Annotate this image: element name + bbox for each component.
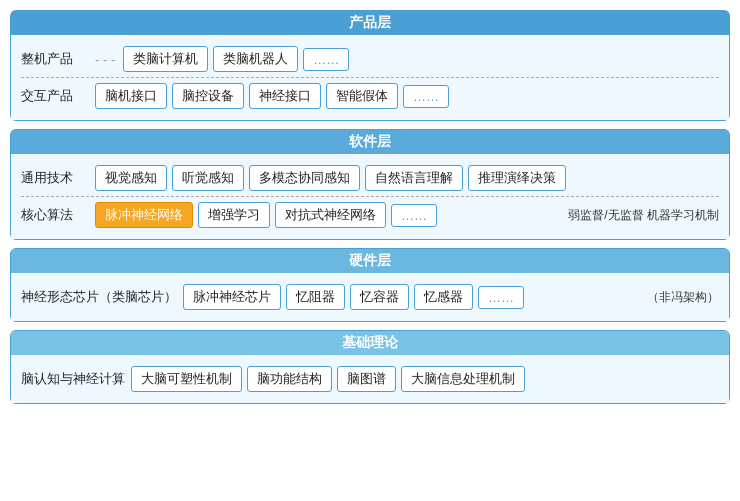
tag-类脑计算机: 类脑计算机 (123, 46, 208, 72)
tag-大脑可塑性机制: 大脑可塑性机制 (131, 366, 242, 392)
row-label-core-algorithm: 核心算法 (21, 207, 89, 224)
layer-header-theory: 基础理论 (11, 331, 729, 355)
tag-list-interactive-product: 脑机接口脑控设备神经接口智能假体…… (95, 83, 719, 109)
layer-header-product: 产品层 (11, 11, 729, 35)
tag-……: …… (403, 85, 449, 108)
row-label-brain-cognition: 脑认知与神经计算 (21, 371, 125, 388)
tag-……: …… (303, 48, 349, 71)
layer-product: 产品层整机产品- - -类脑计算机类脑机器人……交互产品脑机接口脑控设备神经接口… (10, 10, 730, 121)
tag-……: …… (478, 286, 524, 309)
main-container: 产品层整机产品- - -类脑计算机类脑机器人……交互产品脑机接口脑控设备神经接口… (10, 10, 730, 404)
layer-software: 软件层通用技术视觉感知听觉感知多模态协同感知自然语言理解推理演绎决策核心算法脉冲… (10, 129, 730, 240)
tag-脉冲神经网络: 脉冲神经网络 (95, 202, 193, 228)
tag-视觉感知: 视觉感知 (95, 165, 167, 191)
layer-body-product: 整机产品- - -类脑计算机类脑机器人……交互产品脑机接口脑控设备神经接口智能假… (11, 35, 729, 120)
row-brain-cognition: 脑认知与神经计算大脑可塑性机制脑功能结构脑图谱大脑信息处理机制 (21, 366, 719, 392)
row-core-algorithm: 核心算法脉冲神经网络增强学习对抗式神经网络……弱监督/无监督 机器学习机制 (21, 202, 719, 228)
tag-list-core-algorithm: 脉冲神经网络增强学习对抗式神经网络…… (95, 202, 554, 228)
sidenote-neuromorphic-chip: （非冯架构） (647, 289, 719, 306)
tag-忆感器: 忆感器 (414, 284, 473, 310)
tag-类脑机器人: 类脑机器人 (213, 46, 298, 72)
tag-脑控设备: 脑控设备 (172, 83, 244, 109)
sidenote-core-algorithm: 弱监督/无监督 机器学习机制 (568, 207, 719, 224)
layer-theory: 基础理论脑认知与神经计算大脑可塑性机制脑功能结构脑图谱大脑信息处理机制 (10, 330, 730, 404)
tag-脑机接口: 脑机接口 (95, 83, 167, 109)
tag-list-whole-product: 类脑计算机类脑机器人…… (123, 46, 719, 72)
row-interactive-product: 交互产品脑机接口脑控设备神经接口智能假体…… (21, 83, 719, 109)
tag-脉冲神经芯片: 脉冲神经芯片 (183, 284, 281, 310)
layer-body-theory: 脑认知与神经计算大脑可塑性机制脑功能结构脑图谱大脑信息处理机制 (11, 355, 729, 403)
tag-大脑信息处理机制: 大脑信息处理机制 (401, 366, 525, 392)
tag-list-brain-cognition: 大脑可塑性机制脑功能结构脑图谱大脑信息处理机制 (131, 366, 719, 392)
tag-脑图谱: 脑图谱 (337, 366, 396, 392)
tag-自然语言理解: 自然语言理解 (365, 165, 463, 191)
row-neuromorphic-chip: 神经形态芯片（类脑芯片）脉冲神经芯片忆阻器忆容器忆感器……（非冯架构） (21, 284, 719, 310)
tag-多模态协同感知: 多模态协同感知 (249, 165, 360, 191)
row-label-whole-product: 整机产品 (21, 51, 89, 68)
row-general-tech: 通用技术视觉感知听觉感知多模态协同感知自然语言理解推理演绎决策 (21, 165, 719, 191)
layer-hardware: 硬件层神经形态芯片（类脑芯片）脉冲神经芯片忆阻器忆容器忆感器……（非冯架构） (10, 248, 730, 322)
tag-忆容器: 忆容器 (350, 284, 409, 310)
tag-增强学习: 增强学习 (198, 202, 270, 228)
tag-list-neuromorphic-chip: 脉冲神经芯片忆阻器忆容器忆感器…… (183, 284, 633, 310)
tag-智能假体: 智能假体 (326, 83, 398, 109)
layer-header-software: 软件层 (11, 130, 729, 154)
layer-body-software: 通用技术视觉感知听觉感知多模态协同感知自然语言理解推理演绎决策核心算法脉冲神经网… (11, 154, 729, 239)
dashed-connector: - - - (95, 52, 115, 67)
tag-list-general-tech: 视觉感知听觉感知多模态协同感知自然语言理解推理演绎决策 (95, 165, 719, 191)
layer-body-hardware: 神经形态芯片（类脑芯片）脉冲神经芯片忆阻器忆容器忆感器……（非冯架构） (11, 273, 729, 321)
row-whole-product: 整机产品- - -类脑计算机类脑机器人…… (21, 46, 719, 72)
layer-header-hardware: 硬件层 (11, 249, 729, 273)
row-label-general-tech: 通用技术 (21, 170, 89, 187)
tag-脑功能结构: 脑功能结构 (247, 366, 332, 392)
tag-神经接口: 神经接口 (249, 83, 321, 109)
tag-……: …… (391, 204, 437, 227)
tag-忆阻器: 忆阻器 (286, 284, 345, 310)
row-label-interactive-product: 交互产品 (21, 88, 89, 105)
tag-推理演绎决策: 推理演绎决策 (468, 165, 566, 191)
tag-听觉感知: 听觉感知 (172, 165, 244, 191)
row-label-neuromorphic-chip: 神经形态芯片（类脑芯片） (21, 289, 177, 306)
tag-对抗式神经网络: 对抗式神经网络 (275, 202, 386, 228)
